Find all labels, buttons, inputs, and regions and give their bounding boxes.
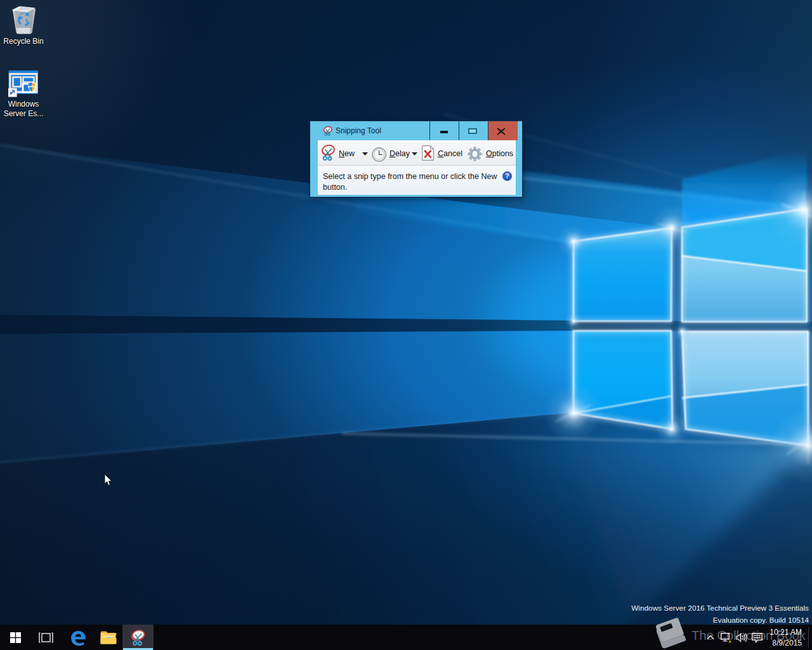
svg-text:?: ? — [505, 172, 509, 180]
